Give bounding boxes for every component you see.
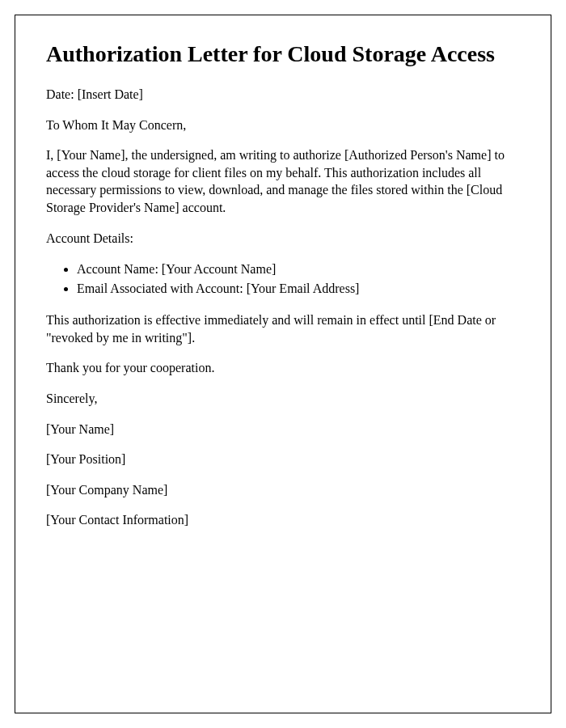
account-details-list: Account Name: [Your Account Name] Email … <box>77 260 520 298</box>
signature-block: Sincerely, [Your Name] [Your Position] [… <box>46 390 520 529</box>
document-frame: Authorization Letter for Cloud Storage A… <box>15 15 551 713</box>
document-title: Authorization Letter for Cloud Storage A… <box>46 40 520 68</box>
date-line: Date: [Insert Date] <box>46 86 520 104</box>
effective-paragraph: This authorization is effective immediat… <box>46 311 520 346</box>
signature-name: [Your Name] <box>46 421 520 438</box>
account-name-item: Account Name: [Your Account Name] <box>77 260 520 279</box>
thanks-line: Thank you for your cooperation. <box>46 359 520 377</box>
body-paragraph: I, [Your Name], the undersigned, am writ… <box>46 146 520 216</box>
salutation: To Whom It May Concern, <box>46 116 520 134</box>
signature-company: [Your Company Name] <box>46 481 520 499</box>
signature-position: [Your Position] <box>46 451 520 468</box>
closing: Sincerely, <box>46 390 520 408</box>
signature-contact: [Your Contact Information] <box>46 511 520 529</box>
account-email-item: Email Associated with Account: [Your Ema… <box>77 279 520 298</box>
account-details-label: Account Details: <box>46 230 520 248</box>
